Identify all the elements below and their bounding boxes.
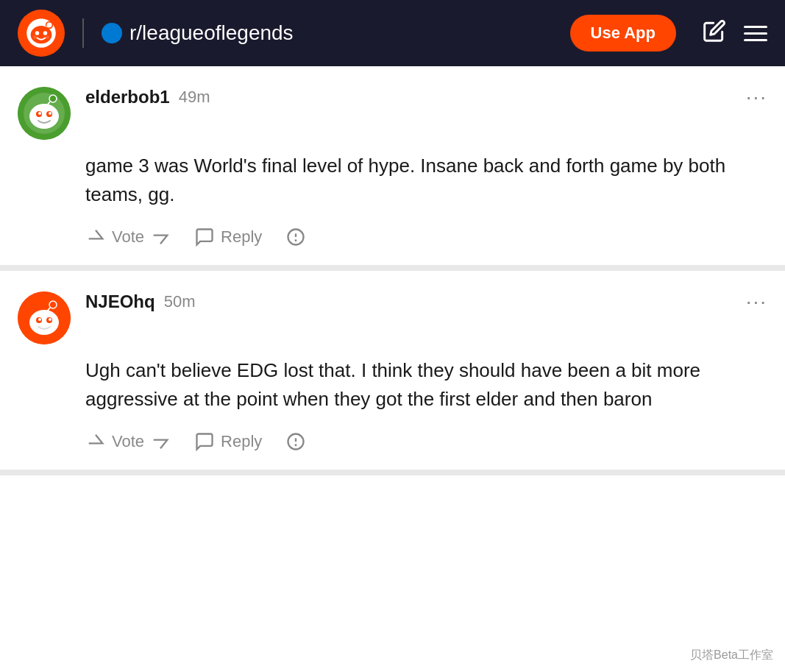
comment-card: NJEOhq 50m ··· Ugh can't believe EDG los…	[0, 271, 785, 475]
reply-icon	[194, 227, 215, 247]
reply-icon	[194, 431, 215, 452]
header-divider	[82, 18, 84, 48]
watermark: 贝塔Beta工作室	[690, 648, 773, 663]
downvote-button[interactable]	[150, 431, 171, 452]
award-button[interactable]	[285, 227, 306, 247]
user-meta: NJEOhq 50m ···	[85, 291, 767, 315]
svg-point-4	[35, 31, 40, 35]
upvote-button[interactable]	[85, 227, 106, 247]
svg-point-15	[49, 95, 57, 102]
action-bar: Vote Reply	[85, 431, 767, 452]
vote-group: Vote	[85, 227, 171, 247]
username[interactable]: NJEOhq	[85, 291, 155, 312]
user-line: elderbob1 49m ···	[85, 87, 767, 107]
edit-icon[interactable]	[703, 19, 726, 48]
user-meta: elderbob1 49m ···	[85, 87, 767, 110]
svg-point-25	[49, 318, 51, 321]
svg-point-5	[43, 31, 48, 35]
svg-point-6	[33, 35, 36, 38]
reply-label: Reply	[221, 432, 262, 451]
app-header: r/leagueoflegends Use App	[0, 0, 785, 66]
comments-content: elderbob1 49m ··· game 3 was World's fin…	[0, 66, 785, 475]
vote-label: Vote	[112, 227, 144, 247]
user-line: NJEOhq 50m ···	[85, 291, 767, 312]
use-app-button[interactable]: Use App	[570, 15, 676, 52]
award-icon	[285, 431, 306, 452]
subreddit-info: r/leagueoflegends	[102, 21, 558, 45]
header-icons	[703, 19, 767, 48]
subreddit-name[interactable]: r/leagueoflegends	[129, 21, 294, 45]
svg-point-14	[49, 112, 51, 115]
more-options-button[interactable]: ···	[746, 291, 767, 312]
award-button[interactable]	[285, 431, 306, 452]
upvote-button[interactable]	[85, 431, 106, 452]
reply-label: Reply	[221, 227, 262, 247]
comment-header: elderbob1 49m ···	[18, 87, 767, 140]
reddit-logo[interactable]	[18, 10, 65, 57]
vote-label: Vote	[112, 432, 144, 451]
action-bar: Vote Reply	[85, 227, 767, 247]
svg-point-10	[29, 104, 59, 129]
downvote-icon	[150, 431, 171, 452]
svg-point-24	[38, 318, 41, 321]
comment-header: NJEOhq 50m ···	[18, 291, 767, 344]
reply-button[interactable]: Reply	[194, 431, 262, 452]
upvote-icon	[85, 431, 106, 452]
svg-point-26	[49, 301, 57, 308]
more-options-button[interactable]: ···	[746, 87, 767, 107]
reply-button[interactable]: Reply	[194, 227, 262, 247]
svg-point-21	[29, 310, 59, 335]
downvote-icon	[150, 227, 171, 247]
time-ago: 50m	[164, 292, 196, 311]
time-ago: 49m	[179, 88, 210, 107]
comment-card: elderbob1 49m ··· game 3 was World's fin…	[0, 66, 785, 271]
vote-group: Vote	[85, 431, 171, 452]
upvote-icon	[85, 227, 106, 247]
svg-point-7	[46, 35, 49, 38]
downvote-button[interactable]	[150, 227, 171, 247]
comment-text: game 3 was World's final level of hype. …	[85, 152, 767, 209]
avatar	[18, 87, 71, 140]
menu-icon[interactable]	[744, 26, 767, 41]
avatar	[18, 291, 71, 344]
subreddit-icon	[102, 23, 122, 43]
award-icon	[285, 227, 306, 247]
username[interactable]: elderbob1	[85, 87, 170, 107]
comment-text: Ugh can't believe EDG lost that. I think…	[85, 356, 767, 414]
svg-point-3	[31, 26, 52, 43]
svg-point-13	[38, 112, 41, 115]
